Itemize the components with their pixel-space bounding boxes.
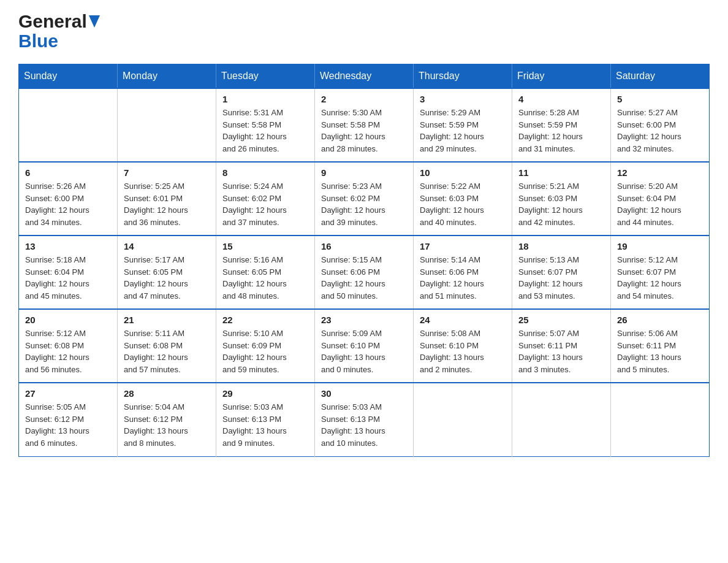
day-info: Sunrise: 5:12 AMSunset: 6:07 PMDaylight:… <box>617 254 703 302</box>
calendar-cell: 14Sunrise: 5:17 AMSunset: 6:05 PMDayligh… <box>118 236 216 309</box>
calendar-cell: 17Sunrise: 5:14 AMSunset: 6:06 PMDayligh… <box>414 236 512 309</box>
calendar-cell <box>19 88 118 162</box>
day-number: 13 <box>25 241 111 251</box>
calendar-cell: 6Sunrise: 5:26 AMSunset: 6:00 PMDaylight… <box>19 162 118 236</box>
week-row-2: 6Sunrise: 5:26 AMSunset: 6:00 PMDaylight… <box>19 162 710 236</box>
calendar-cell: 8Sunrise: 5:24 AMSunset: 6:02 PMDaylight… <box>216 162 315 236</box>
day-info: Sunrise: 5:05 AMSunset: 6:12 PMDaylight:… <box>25 401 111 449</box>
day-info: Sunrise: 5:16 AMSunset: 6:05 PMDaylight:… <box>222 254 308 302</box>
calendar-cell: 23Sunrise: 5:09 AMSunset: 6:10 PMDayligh… <box>315 309 414 383</box>
day-number: 16 <box>321 241 407 251</box>
day-number: 25 <box>518 315 604 325</box>
calendar-cell: 25Sunrise: 5:07 AMSunset: 6:11 PMDayligh… <box>512 309 611 383</box>
day-info: Sunrise: 5:26 AMSunset: 6:00 PMDaylight:… <box>25 180 111 228</box>
week-row-4: 20Sunrise: 5:12 AMSunset: 6:08 PMDayligh… <box>19 309 710 383</box>
day-number: 10 <box>420 167 506 178</box>
day-number: 8 <box>222 167 308 178</box>
day-number: 27 <box>25 388 111 399</box>
week-row-3: 13Sunrise: 5:18 AMSunset: 6:04 PMDayligh… <box>19 236 710 309</box>
day-info: Sunrise: 5:22 AMSunset: 6:03 PMDaylight:… <box>420 180 506 228</box>
day-number: 17 <box>420 241 506 251</box>
day-number: 28 <box>124 388 210 399</box>
day-number: 30 <box>321 388 407 399</box>
day-number: 1 <box>222 94 308 104</box>
logo-blue-text: Blue <box>18 31 58 51</box>
day-info: Sunrise: 5:18 AMSunset: 6:04 PMDaylight:… <box>25 254 111 302</box>
day-number: 14 <box>124 241 210 251</box>
day-info: Sunrise: 5:31 AMSunset: 5:58 PMDaylight:… <box>222 107 308 155</box>
day-info: Sunrise: 5:11 AMSunset: 6:08 PMDaylight:… <box>124 327 210 375</box>
calendar-cell: 29Sunrise: 5:03 AMSunset: 6:13 PMDayligh… <box>216 383 315 456</box>
header-thursday: Thursday <box>414 64 512 89</box>
day-info: Sunrise: 5:28 AMSunset: 5:59 PMDaylight:… <box>518 107 604 155</box>
calendar-cell: 26Sunrise: 5:06 AMSunset: 6:11 PMDayligh… <box>611 309 710 383</box>
calendar-cell: 24Sunrise: 5:08 AMSunset: 6:10 PMDayligh… <box>414 309 512 383</box>
day-number: 2 <box>321 94 407 104</box>
day-info: Sunrise: 5:27 AMSunset: 6:00 PMDaylight:… <box>617 107 703 155</box>
day-number: 20 <box>25 315 111 325</box>
day-info: Sunrise: 5:08 AMSunset: 6:10 PMDaylight:… <box>420 327 506 375</box>
logo: General Blue <box>18 12 100 52</box>
day-number: 22 <box>222 315 308 325</box>
calendar-cell: 20Sunrise: 5:12 AMSunset: 6:08 PMDayligh… <box>19 309 118 383</box>
calendar-cell: 9Sunrise: 5:23 AMSunset: 6:02 PMDaylight… <box>315 162 414 236</box>
calendar-cell: 15Sunrise: 5:16 AMSunset: 6:05 PMDayligh… <box>216 236 315 309</box>
day-info: Sunrise: 5:06 AMSunset: 6:11 PMDaylight:… <box>617 327 703 375</box>
calendar-cell: 28Sunrise: 5:04 AMSunset: 6:12 PMDayligh… <box>118 383 216 456</box>
day-number: 23 <box>321 315 407 325</box>
day-info: Sunrise: 5:14 AMSunset: 6:06 PMDaylight:… <box>420 254 506 302</box>
calendar-cell: 13Sunrise: 5:18 AMSunset: 6:04 PMDayligh… <box>19 236 118 309</box>
calendar-cell: 2Sunrise: 5:30 AMSunset: 5:58 PMDaylight… <box>315 88 414 162</box>
calendar-cell <box>118 88 216 162</box>
day-info: Sunrise: 5:30 AMSunset: 5:58 PMDaylight:… <box>321 107 407 155</box>
day-number: 12 <box>617 167 703 178</box>
day-number: 3 <box>420 94 506 104</box>
day-info: Sunrise: 5:21 AMSunset: 6:03 PMDaylight:… <box>518 180 604 228</box>
calendar-cell <box>512 383 611 456</box>
calendar-cell <box>611 383 710 456</box>
day-number: 24 <box>420 315 506 325</box>
logo-arrow-icon <box>89 15 100 29</box>
week-row-1: 1Sunrise: 5:31 AMSunset: 5:58 PMDaylight… <box>19 88 710 162</box>
day-number: 9 <box>321 167 407 178</box>
header-wednesday: Wednesday <box>315 64 414 89</box>
day-info: Sunrise: 5:15 AMSunset: 6:06 PMDaylight:… <box>321 254 407 302</box>
day-info: Sunrise: 5:17 AMSunset: 6:05 PMDaylight:… <box>124 254 210 302</box>
logo-blue: Blue <box>18 31 58 52</box>
week-row-5: 27Sunrise: 5:05 AMSunset: 6:12 PMDayligh… <box>19 383 710 456</box>
day-info: Sunrise: 5:04 AMSunset: 6:12 PMDaylight:… <box>124 401 210 449</box>
calendar-cell: 27Sunrise: 5:05 AMSunset: 6:12 PMDayligh… <box>19 383 118 456</box>
day-number: 6 <box>25 167 111 178</box>
day-info: Sunrise: 5:07 AMSunset: 6:11 PMDaylight:… <box>518 327 604 375</box>
day-info: Sunrise: 5:12 AMSunset: 6:08 PMDaylight:… <box>25 327 111 375</box>
day-number: 5 <box>617 94 703 104</box>
svg-marker-0 <box>89 15 100 28</box>
calendar-cell: 12Sunrise: 5:20 AMSunset: 6:04 PMDayligh… <box>611 162 710 236</box>
calendar-cell: 11Sunrise: 5:21 AMSunset: 6:03 PMDayligh… <box>512 162 611 236</box>
day-number: 7 <box>124 167 210 178</box>
page-header: General Blue <box>18 12 710 52</box>
day-info: Sunrise: 5:23 AMSunset: 6:02 PMDaylight:… <box>321 180 407 228</box>
day-info: Sunrise: 5:09 AMSunset: 6:10 PMDaylight:… <box>321 327 407 375</box>
day-info: Sunrise: 5:24 AMSunset: 6:02 PMDaylight:… <box>222 180 308 228</box>
calendar-header: SundayMondayTuesdayWednesdayThursdayFrid… <box>19 64 710 89</box>
calendar-cell: 5Sunrise: 5:27 AMSunset: 6:00 PMDaylight… <box>611 88 710 162</box>
calendar-cell: 19Sunrise: 5:12 AMSunset: 6:07 PMDayligh… <box>611 236 710 309</box>
day-number: 26 <box>617 315 703 325</box>
day-info: Sunrise: 5:29 AMSunset: 5:59 PMDaylight:… <box>420 107 506 155</box>
day-number: 29 <box>222 388 308 399</box>
calendar-cell: 10Sunrise: 5:22 AMSunset: 6:03 PMDayligh… <box>414 162 512 236</box>
logo-general: General <box>18 12 87 31</box>
header-saturday: Saturday <box>611 64 710 89</box>
calendar-cell: 16Sunrise: 5:15 AMSunset: 6:06 PMDayligh… <box>315 236 414 309</box>
day-headers-row: SundayMondayTuesdayWednesdayThursdayFrid… <box>19 64 710 89</box>
day-number: 21 <box>124 315 210 325</box>
calendar-cell: 7Sunrise: 5:25 AMSunset: 6:01 PMDaylight… <box>118 162 216 236</box>
calendar-cell: 1Sunrise: 5:31 AMSunset: 5:58 PMDaylight… <box>216 88 315 162</box>
header-monday: Monday <box>118 64 216 89</box>
calendar-cell: 3Sunrise: 5:29 AMSunset: 5:59 PMDaylight… <box>414 88 512 162</box>
calendar-table: SundayMondayTuesdayWednesdayThursdayFrid… <box>18 64 710 457</box>
day-number: 11 <box>518 167 604 178</box>
header-friday: Friday <box>512 64 611 89</box>
calendar-cell: 30Sunrise: 5:03 AMSunset: 6:13 PMDayligh… <box>315 383 414 456</box>
